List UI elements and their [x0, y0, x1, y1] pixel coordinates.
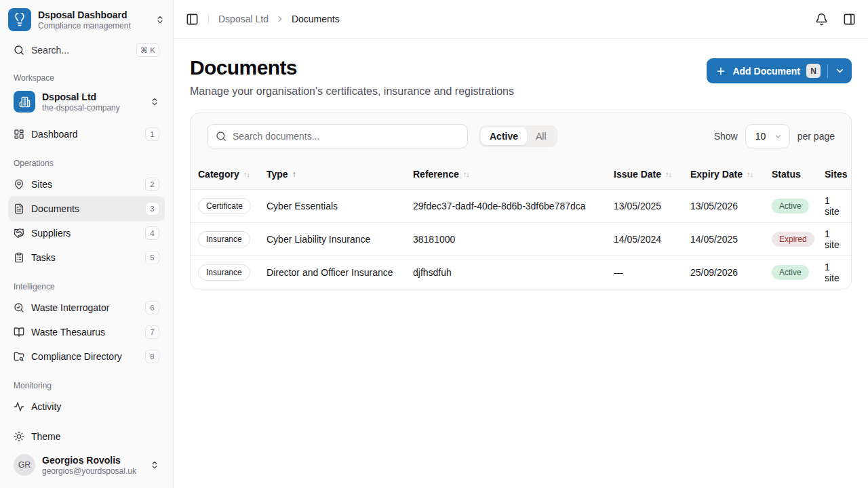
sidebar-item-badge: 5 [145, 251, 159, 264]
clipboard-list-icon [14, 252, 24, 263]
page-size-select[interactable]: 10 [745, 124, 790, 148]
documents-search[interactable] [207, 124, 468, 148]
sidebar-toggle-button[interactable] [186, 13, 199, 26]
divider [208, 14, 209, 24]
sidebar-item-badge: 8 [145, 350, 159, 363]
status-badge: Expired [772, 232, 814, 247]
map-pin-icon [14, 179, 24, 190]
sort-ascending-icon[interactable]: ↑ [292, 169, 296, 179]
layout-dashboard-icon [14, 129, 24, 140]
sidebar-item-badge: 2 [145, 178, 159, 191]
column-header-expiry-date[interactable]: Expiry Date↑↓ [685, 159, 766, 189]
sidebar-item-waste-interrogator[interactable]: Waste Interrogator 6 [8, 296, 165, 320]
sidebar-item-label: Compliance Directory [31, 351, 122, 362]
issue-date: — [608, 256, 685, 289]
section-label-operations: Operations [8, 159, 165, 168]
per-page-label: per page [797, 131, 835, 142]
section-label-monitoring: Monitoring [8, 381, 165, 390]
document-type: Cyber Essentials [261, 189, 408, 222]
table-row[interactable]: Certificate Cyber Essentials 29fdec37-da… [191, 189, 851, 222]
sidebar-item-label: Suppliers [31, 228, 71, 239]
chevron-right-icon [275, 14, 285, 24]
sort-icon[interactable]: ↑↓ [463, 170, 469, 178]
column-header-issue-date[interactable]: Issue Date↑↓ [608, 159, 685, 189]
theme-label: Theme [31, 431, 61, 442]
filter-all-tab[interactable]: All [527, 127, 555, 145]
table-header-row: Category↑↓ Type↑ Reference↑↓ Issue Date↑… [191, 159, 851, 189]
sites-count: 1 site [819, 222, 851, 256]
sidebar-item-badge: 6 [145, 301, 159, 314]
sidebar-item-label: Dashboard [31, 129, 78, 140]
file-text-icon [14, 203, 24, 214]
app-subtitle: Compliance management [38, 21, 149, 30]
search-label: Search... [31, 45, 69, 56]
chevron-down-icon[interactable] [835, 66, 845, 76]
issue-date: 14/05/2024 [608, 222, 685, 256]
section-label-workspace: Workspace [8, 73, 165, 83]
chevrons-up-down-icon [150, 460, 159, 470]
documents-table: Category↑↓ Type↑ Reference↑↓ Issue Date↑… [191, 148, 851, 289]
sort-icon[interactable]: ↑↓ [243, 170, 250, 178]
sidebar-item-dashboard[interactable]: Dashboard 1 [8, 122, 165, 146]
notifications-bell-button[interactable] [815, 13, 828, 26]
main-area: Dsposal Ltd Documents Documents Manage y… [174, 0, 868, 488]
sidebar-item-badge: 1 [145, 127, 159, 141]
sidebar-item-label: Tasks [31, 252, 56, 263]
page-size-value: 10 [755, 131, 766, 142]
table-row[interactable]: Insurance Cyber Liability Insurance 3818… [191, 222, 851, 256]
add-document-label: Add Document [732, 66, 800, 77]
user-menu[interactable]: GR Georgios Rovolis georgios@yourdsposal… [8, 449, 165, 481]
sidebar-item-suppliers[interactable]: Suppliers 4 [8, 221, 165, 245]
sort-icon[interactable]: ↑↓ [747, 170, 753, 178]
app-title: Dsposal Dashboard [38, 9, 149, 20]
sites-count: 1 site [819, 189, 851, 222]
breadcrumb: Dsposal Ltd Documents [218, 14, 340, 24]
table-row[interactable]: Insurance Director and Officer Insurance… [191, 256, 851, 289]
filter-active-tab[interactable]: Active [481, 127, 527, 145]
workspace-switcher[interactable]: Dsposal Ltd the-dsposal-company [8, 87, 165, 117]
right-panel-toggle-button[interactable] [843, 13, 856, 26]
theme-toggle[interactable]: Theme [8, 424, 165, 449]
breadcrumb-current: Documents [292, 14, 340, 24]
sidebar-item-sites[interactable]: Sites 2 [8, 172, 165, 197]
activity-icon [14, 401, 24, 412]
sidebar-item-waste-thesaurus[interactable]: Waste Thesaurus 7 [8, 320, 165, 344]
issue-date: 13/05/2025 [608, 189, 685, 222]
sidebar-item-tasks[interactable]: Tasks 5 [8, 245, 165, 270]
show-label: Show [714, 131, 738, 142]
plus-icon [715, 66, 726, 77]
chevrons-up-down-icon[interactable] [155, 15, 165, 24]
document-type: Director and Officer Insurance [261, 256, 408, 289]
sidebar-item-activity[interactable]: Activity [8, 394, 165, 419]
user-name: Georgios Rovolis [42, 455, 143, 466]
category-badge: Insurance [198, 264, 250, 281]
sites-count: 1 site [819, 256, 851, 289]
sidebar-item-compliance-directory[interactable]: Compliance Directory 8 [8, 344, 165, 369]
workspace-slug: the-dsposal-company [42, 103, 143, 113]
status-filter-toggle: Active All [479, 125, 557, 147]
chevron-down-icon [774, 132, 783, 141]
column-header-reference[interactable]: Reference↑↓ [408, 159, 608, 189]
building-icon [14, 91, 35, 113]
add-document-button[interactable]: Add Document N [707, 58, 852, 83]
divider [827, 64, 828, 78]
column-header-type[interactable]: Type↑ [261, 159, 408, 189]
column-header-status: Status [766, 159, 819, 189]
chevrons-up-down-icon [150, 97, 159, 106]
documents-search-input[interactable] [233, 131, 459, 142]
column-header-category[interactable]: Category↑↓ [191, 159, 261, 189]
expiry-date: 13/05/2026 [685, 189, 766, 222]
breadcrumb-root[interactable]: Dsposal Ltd [218, 14, 269, 24]
sort-icon[interactable]: ↑↓ [665, 170, 671, 178]
sidebar-item-label: Documents [31, 203, 79, 214]
sidebar-footer: Theme GR Georgios Rovolis georgios@yourd… [0, 424, 173, 488]
sidebar-item-badge: 7 [145, 325, 159, 339]
sidebar-item-documents[interactable]: Documents 3 [8, 197, 165, 221]
sidebar: Dsposal Dashboard Compliance management … [0, 0, 174, 488]
app-switcher[interactable]: Dsposal Dashboard Compliance management [0, 0, 173, 37]
page-subtitle: Manage your organisation's certificates,… [190, 85, 514, 98]
handshake-icon [14, 228, 24, 239]
sidebar-search[interactable]: Search... ⌘ K [8, 39, 165, 61]
avatar: GR [14, 454, 35, 476]
sidebar-item-label: Activity [31, 401, 61, 412]
